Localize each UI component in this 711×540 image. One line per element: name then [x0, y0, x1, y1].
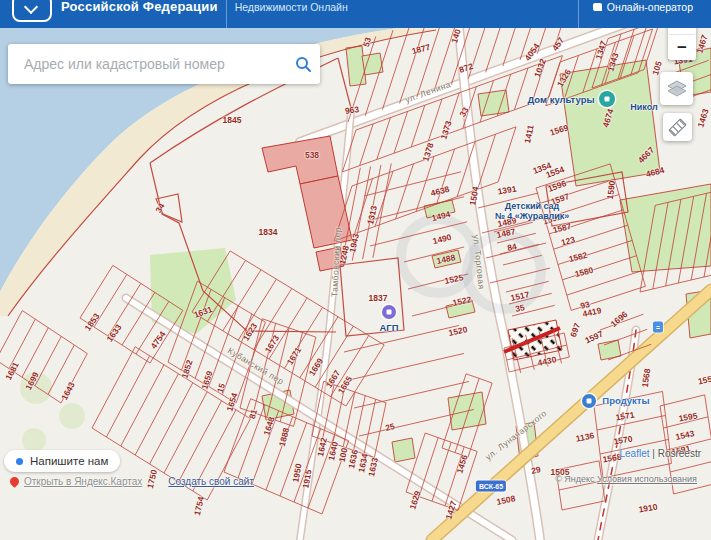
search-box — [8, 44, 320, 84]
yandex-attribution: © Яндекс Условия использования — [555, 474, 697, 484]
app-window: 5314096318778723313731378405410324571326… — [0, 0, 711, 540]
search-icon — [294, 55, 312, 73]
layers-icon — [667, 79, 687, 99]
map-attribution: Leaflet | Rosreestr — [619, 448, 701, 459]
operator-icon — [593, 3, 602, 11]
top-bar: Российской Федерации Недвижимости Онлайн… — [0, 0, 711, 28]
open-in-yandex-link[interactable]: Открыть в Яндекс.Картах — [24, 476, 142, 487]
yandex-copyright: © Яндекс — [555, 474, 594, 484]
write-us-label: Напишите нам — [30, 455, 108, 467]
watermark-ring — [462, 230, 546, 314]
zoom-out-button[interactable]: − — [668, 35, 696, 60]
app-logo-icon[interactable] — [12, 0, 52, 22]
yandex-terms-link[interactable]: Условия использования — [597, 474, 697, 484]
chat-dot-icon — [16, 458, 23, 465]
header-divider — [226, 0, 227, 28]
ruler-icon — [668, 118, 686, 136]
create-site-link[interactable]: Создать свой сайт — [168, 476, 254, 487]
search-input[interactable] — [22, 55, 286, 73]
yandex-pin-icon — [8, 475, 21, 488]
chevron-down-icon — [24, 0, 38, 14]
brand-title: Российской Федерации — [61, 0, 218, 14]
write-us-button[interactable]: Напишите нам — [4, 450, 120, 472]
attribution-rest: | Rosreestr — [650, 448, 702, 459]
search-button[interactable] — [286, 45, 320, 83]
layers-button[interactable] — [660, 72, 693, 105]
measure-button[interactable] — [663, 113, 692, 141]
footer-links: Открыть в Яндекс.Картах Создать свой сай… — [10, 476, 254, 487]
online-operator-label: Онлайн-оператор — [607, 1, 693, 13]
leaflet-link[interactable]: Leaflet — [619, 448, 649, 459]
brand-subtitle: Недвижимости Онлайн — [235, 1, 348, 13]
online-operator-link[interactable]: Онлайн-оператор — [593, 1, 693, 13]
header-divider — [578, 0, 579, 28]
